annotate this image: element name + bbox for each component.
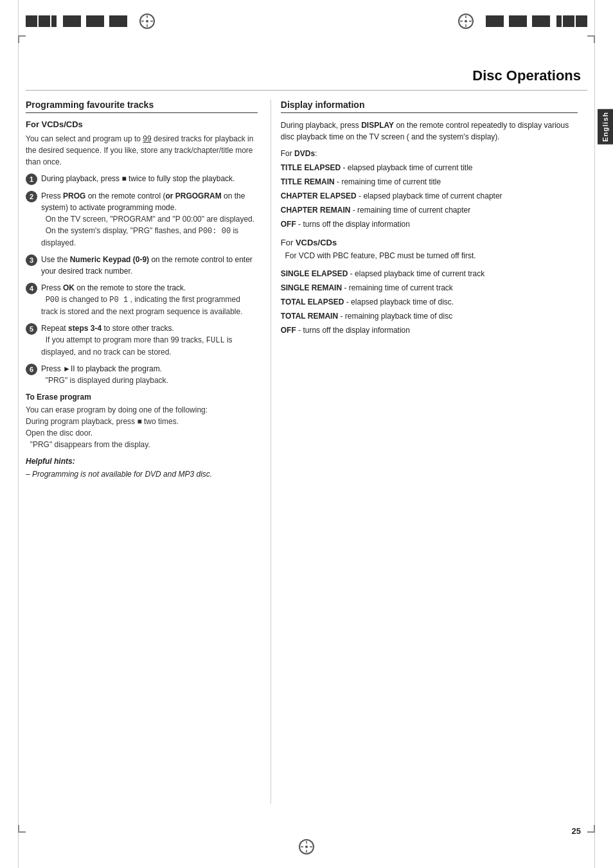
step-2-number: 2 xyxy=(26,191,37,202)
top-deco-left xyxy=(26,13,155,30)
dvd-item-off: OFF - turns off the display information xyxy=(281,218,578,230)
main-content: Programming favourite tracks For VCDs/CD… xyxy=(26,100,578,804)
deco-block xyxy=(486,15,504,27)
left-section-title: Programming favourite tracks xyxy=(26,100,258,113)
deco-block xyxy=(556,15,562,27)
right-margin xyxy=(594,0,595,868)
step-4: 4 Press OK on the remote to store the tr… xyxy=(26,282,258,317)
for-dvds-label: For DVDs: xyxy=(281,149,578,158)
page-number: 25 xyxy=(572,826,581,836)
deco-block xyxy=(26,15,37,27)
deco-block xyxy=(86,15,104,27)
deco-block xyxy=(39,15,50,27)
step-3: 3 Use the Numeric Keypad (0-9) on the re… xyxy=(26,254,258,277)
compass-icon-left xyxy=(139,13,155,30)
for-vcds-label-display: For VCDs/CDs xyxy=(281,238,578,247)
corner-top-left xyxy=(18,35,26,43)
display-intro: During playback, press DISPLAY on the re… xyxy=(281,120,578,143)
dvd-item-chapter-elapsed: CHAPTER ELAPSED - elapsed playback time … xyxy=(281,190,578,202)
erase-section: To Erase program You can erase program b… xyxy=(26,393,258,450)
for-vcds-subtitle: For VCDs/CDs xyxy=(26,120,258,129)
hints-section: Helpful hints: – Programming is not avai… xyxy=(26,457,258,480)
step-6-content: Press ►II to playback the program. "PRG"… xyxy=(41,363,258,386)
dvd-item-title-remain: TITLE REMAIN - remaining time of current… xyxy=(281,176,578,188)
intro-text: You can select and program up to 99 desi… xyxy=(26,133,258,168)
deco-block xyxy=(576,15,587,27)
corner-top-right xyxy=(587,35,595,43)
top-deco-right xyxy=(458,13,587,30)
compass-icon-right xyxy=(458,13,474,30)
erase-title: To Erase program xyxy=(26,393,258,402)
step-5: 5 Repeat steps 3-4 to store other tracks… xyxy=(26,323,258,358)
deco-block xyxy=(563,15,574,27)
svg-point-7 xyxy=(465,20,467,22)
step-1: 1 During playback, press ■ twice to full… xyxy=(26,173,258,185)
svg-point-13 xyxy=(305,846,308,848)
english-tab: English xyxy=(598,109,613,145)
title-rule xyxy=(26,90,587,91)
svg-point-1 xyxy=(146,20,148,22)
corner-bottom-left xyxy=(18,825,26,833)
step-5-content: Repeat steps 3-4 to store other tracks. … xyxy=(41,323,258,358)
step-2: 2 Press PROG on the remote control (or P… xyxy=(26,190,258,249)
dvd-item-chapter-remain: CHAPTER REMAIN - remaining time of curre… xyxy=(281,204,578,216)
step-3-content: Use the Numeric Keypad (0-9) on the remo… xyxy=(41,254,258,277)
vcds-item-total-remain: TOTAL REMAIN - remaining playback time o… xyxy=(281,310,578,322)
deco-block xyxy=(109,15,127,27)
page-title: Disc Operations xyxy=(472,67,581,84)
vcds-item-single-elapsed: SINGLE ELAPSED - elapsed playback time o… xyxy=(281,268,578,279)
corner-bottom-right xyxy=(587,825,595,833)
step-5-number: 5 xyxy=(26,323,37,335)
deco-block xyxy=(509,15,527,27)
hints-title: Helpful hints: xyxy=(26,457,258,466)
deco-block xyxy=(63,15,81,27)
bottom-decoration xyxy=(0,837,613,856)
step-2-content: Press PROG on the remote control (or PRG… xyxy=(41,190,258,249)
step-1-number: 1 xyxy=(26,173,37,185)
vcds-item-total-elapsed: TOTAL ELAPSED - elapsed playback time of… xyxy=(281,296,578,308)
step-4-content: Press OK on the remote to store the trac… xyxy=(41,282,258,317)
vcds-item-single-remain: SINGLE REMAIN - remaining time of curren… xyxy=(281,282,578,294)
erase-text: You can erase program by doing one of th… xyxy=(26,404,258,450)
dvd-item-title-elapsed: TITLE ELAPSED - elapsed playback time of… xyxy=(281,162,578,173)
deco-block xyxy=(532,15,550,27)
vcds-item-off: OFF - turns off the display information xyxy=(281,324,578,336)
vcds-intro: For VCD with PBC feature, PBC must be tu… xyxy=(281,250,578,261)
left-margin xyxy=(18,0,19,868)
right-section-title: Display information xyxy=(281,100,578,113)
page: Disc Operations English Programming favo… xyxy=(0,0,613,868)
deco-block xyxy=(51,15,57,27)
step-6: 6 Press ►II to playback the program. "PR… xyxy=(26,363,258,386)
top-decoration xyxy=(0,12,613,31)
step-1-content: During playback, press ■ twice to fully … xyxy=(41,173,258,184)
hints-text: – Programming is not available for DVD a… xyxy=(26,468,258,480)
compass-icon-bottom xyxy=(298,838,315,855)
left-column: Programming favourite tracks For VCDs/CD… xyxy=(26,100,258,804)
step-3-number: 3 xyxy=(26,254,37,266)
right-column: Display information During playback, pre… xyxy=(271,100,578,804)
step-6-number: 6 xyxy=(26,364,37,375)
step-4-number: 4 xyxy=(26,283,37,294)
